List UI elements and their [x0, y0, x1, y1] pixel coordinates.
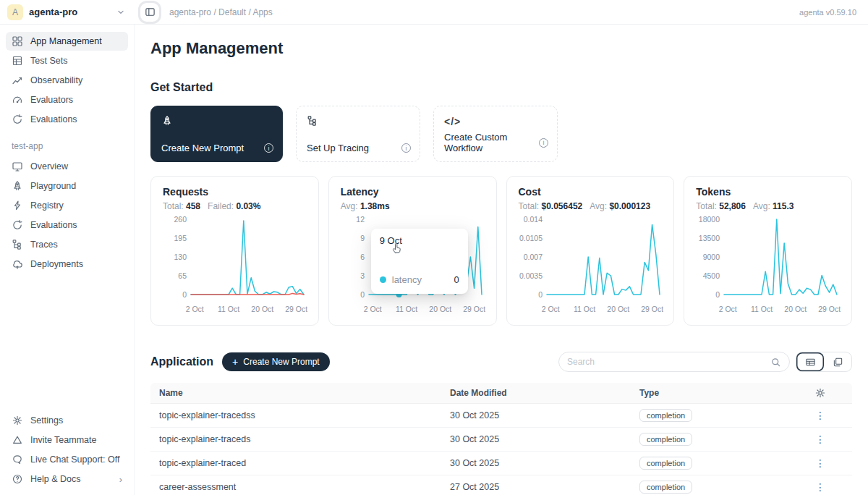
info-icon[interactable]: i [539, 138, 548, 148]
gauge-icon [12, 94, 23, 106]
card-view-button[interactable] [824, 352, 851, 371]
application-header: Application + Create New Prompt [150, 352, 852, 372]
info-icon[interactable]: i [401, 143, 411, 153]
table-row[interactable]: topic-explainer-traced30 Oct 2025complet… [150, 452, 852, 475]
sidebar-footer-item-invite-teammate[interactable]: Invite Teammate [6, 431, 128, 449]
svg-text:18000: 18000 [699, 215, 720, 224]
search-icon[interactable] [770, 357, 781, 368]
metric-title: Tokens [696, 186, 840, 198]
series-dot-icon [380, 276, 386, 283]
sidebar-item-label: Evaluators [30, 95, 73, 105]
sidebar-item-registry[interactable]: Registry [6, 196, 128, 215]
chart-tooltip: 9 Octlatency0 [371, 229, 468, 294]
get-started-card-set-up-tracing[interactable]: Set Up Tracingi [296, 106, 420, 162]
sidebar-item-traces[interactable]: Traces [6, 235, 128, 254]
table-row[interactable]: career-assessment27 Oct 2025completion⋮ [150, 475, 852, 495]
app-version: agenta v0.59.10 [799, 8, 868, 17]
get-started-card-label: Set Up Tracing [307, 143, 369, 153]
svg-text:29 Oct: 29 Oct [463, 305, 485, 313]
svg-text:11 Oct: 11 Oct [396, 305, 417, 313]
row-kebab-menu[interactable]: ⋮ [788, 457, 852, 469]
table-view-button[interactable] [796, 352, 824, 371]
workspace-switcher[interactable]: A agenta-pro [0, 4, 135, 20]
sidebar-item-app-management[interactable]: App Management [6, 32, 128, 51]
sidebar-item-deployments[interactable]: Deployments [6, 255, 128, 274]
sidebar-item-label: Live Chat Support: Off [30, 454, 119, 465]
apps-table-header: NameDate ModifiedType [150, 383, 852, 404]
metric-card-requests: RequestsTotal: 458Failed: 0.03%260195130… [150, 176, 319, 326]
tooltip-series-name: latency [392, 274, 422, 285]
svg-text:20 Oct: 20 Oct [429, 305, 451, 313]
svg-text:0: 0 [360, 290, 365, 299]
chevron-right-icon: › [119, 475, 122, 484]
sidebar-item-label: Deployments [30, 259, 83, 269]
chat-icon [12, 454, 23, 465]
sidebar-item-label: Overview [30, 161, 68, 172]
triangle-icon [12, 434, 23, 446]
app-name-cell: topic-explainer-tracedss [150, 410, 441, 420]
svg-text:0.0035: 0.0035 [519, 271, 542, 280]
svg-text:20 Oct: 20 Oct [251, 305, 273, 313]
sidebar-main-nav: App ManagementTest SetsObservabilityEval… [6, 32, 128, 130]
get-started-cards: Create New PromptiSet Up Tracingi</>Crea… [150, 106, 852, 162]
sidebar-footer-nav: SettingsInvite TeammateLive Chat Support… [6, 411, 128, 489]
get-started-card-create-new-prompt[interactable]: Create New Prompti [150, 106, 283, 162]
rocket-icon [12, 180, 23, 192]
sidebar-item-playground[interactable]: Playground [6, 177, 128, 195]
grid-icon [12, 35, 23, 47]
sidebar-item-overview[interactable]: Overview [6, 157, 128, 176]
row-kebab-menu[interactable]: ⋮ [788, 481, 852, 493]
svg-text:0: 0 [182, 290, 187, 299]
view-toggle [796, 352, 852, 372]
tree-icon [12, 239, 23, 250]
sidebar-item-label: Evaluations [30, 220, 77, 230]
date-modified-cell: 30 Oct 2025 [441, 434, 631, 444]
svg-text:65: 65 [178, 271, 187, 280]
sidebar-footer-item-help-docs[interactable]: Help & Docs› [6, 470, 128, 488]
breadcrumb[interactable]: agenta-pro / Default / Apps [169, 7, 273, 17]
sidebar-item-label: Playground [30, 181, 76, 191]
create-new-prompt-button[interactable]: + Create New Prompt [222, 352, 330, 371]
row-kebab-menu[interactable]: ⋮ [788, 433, 852, 445]
type-badge: completion [639, 481, 692, 494]
sidebar: App ManagementTest SetsObservabilityEval… [0, 25, 135, 495]
svg-text:0.0105: 0.0105 [519, 234, 542, 242]
search-input[interactable] [567, 357, 766, 367]
refresh-icon [12, 114, 23, 125]
get-started-card-create-custom-workflow[interactable]: </>Create Custom Workflowi [433, 106, 558, 162]
app-name-cell: career-assessment [150, 482, 441, 492]
svg-text:2 Oct: 2 Oct [186, 305, 204, 313]
workspace-name: agenta-pro [29, 7, 77, 17]
metric-card-tokens: TokensTotal: 52,806Avg: 115.318000135009… [684, 176, 852, 326]
sidebar-app-nav: OverviewPlaygroundRegistryEvaluationsTra… [6, 157, 128, 274]
column-header-name: Name [150, 388, 441, 398]
sidebar-item-label: Settings [30, 415, 63, 426]
sidebar-item-evaluations[interactable]: Evaluations [6, 110, 128, 129]
sidebar-item-evaluators[interactable]: Evaluators [6, 90, 128, 109]
sidebar-toggle-button[interactable] [140, 3, 159, 22]
row-kebab-menu[interactable]: ⋮ [788, 410, 852, 421]
table-view-icon [805, 357, 816, 368]
chart-line-icon [12, 75, 23, 86]
gear-icon [12, 415, 23, 426]
table-row[interactable]: topic-explainer-tracedss30 Oct 2025compl… [150, 404, 852, 428]
sidebar-footer-item-settings[interactable]: Settings [6, 411, 128, 430]
svg-text:0: 0 [715, 290, 720, 299]
metric-stats: Avg: 1.38ms [341, 201, 485, 211]
type-badge: completion [639, 409, 692, 422]
app-name-cell: topic-explainer-traceds [150, 434, 441, 444]
monitor-icon [12, 161, 23, 172]
sidebar-item-test-sets[interactable]: Test Sets [6, 51, 128, 70]
sidebar-item-evaluations[interactable]: Evaluations [6, 216, 128, 234]
code-icon: </> [444, 116, 461, 127]
table-row[interactable]: topic-explainer-traceds30 Oct 2025comple… [150, 428, 852, 452]
sidebar-item-observability[interactable]: Observability [6, 71, 128, 90]
svg-text:13500: 13500 [699, 234, 720, 242]
sidebar-footer-item-live-chat-support-off[interactable]: Live Chat Support: Off [6, 450, 128, 469]
svg-text:9000: 9000 [703, 253, 720, 261]
refresh-icon [12, 219, 23, 231]
sidebar-item-label: Invite Teammate [30, 435, 96, 445]
info-icon[interactable]: i [264, 143, 273, 153]
sidebar-item-label: Traces [30, 240, 58, 250]
gear-icon[interactable] [814, 387, 826, 399]
